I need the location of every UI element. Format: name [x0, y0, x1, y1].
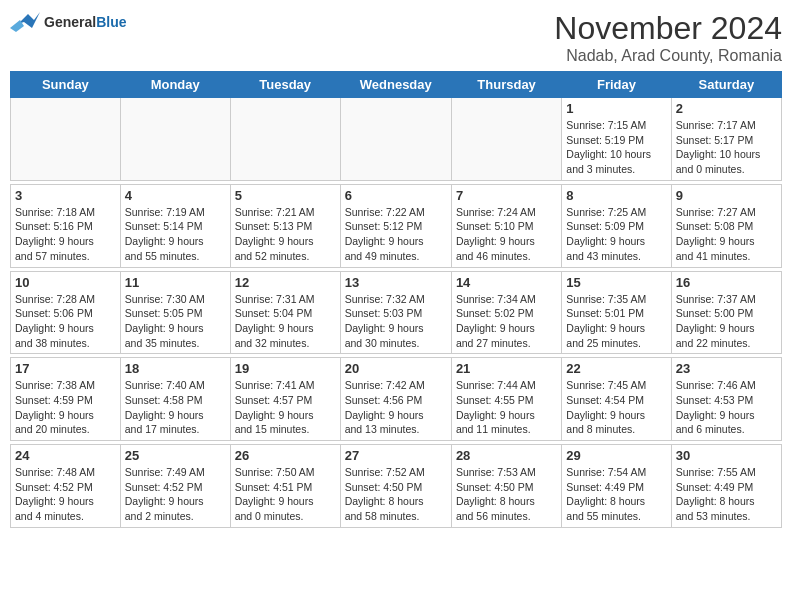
day-number: 13 — [345, 275, 447, 290]
day-number: 8 — [566, 188, 666, 203]
day-number: 12 — [235, 275, 336, 290]
calendar-cell: 11Sunrise: 7:30 AMSunset: 5:05 PMDayligh… — [120, 271, 230, 354]
calendar-table: SundayMondayTuesdayWednesdayThursdayFrid… — [10, 71, 782, 528]
day-number: 15 — [566, 275, 666, 290]
day-number: 9 — [676, 188, 777, 203]
weekday-header: Wednesday — [340, 72, 451, 98]
calendar-cell: 20Sunrise: 7:42 AMSunset: 4:56 PMDayligh… — [340, 358, 451, 441]
calendar-cell: 18Sunrise: 7:40 AMSunset: 4:58 PMDayligh… — [120, 358, 230, 441]
day-number: 3 — [15, 188, 116, 203]
day-number: 24 — [15, 448, 116, 463]
day-info: Sunrise: 7:24 AMSunset: 5:10 PMDaylight:… — [456, 205, 557, 264]
day-info: Sunrise: 7:46 AMSunset: 4:53 PMDaylight:… — [676, 378, 777, 437]
day-number: 19 — [235, 361, 336, 376]
calendar-cell: 8Sunrise: 7:25 AMSunset: 5:09 PMDaylight… — [562, 184, 671, 267]
calendar-cell: 14Sunrise: 7:34 AMSunset: 5:02 PMDayligh… — [451, 271, 561, 354]
day-info: Sunrise: 7:21 AMSunset: 5:13 PMDaylight:… — [235, 205, 336, 264]
day-info: Sunrise: 7:54 AMSunset: 4:49 PMDaylight:… — [566, 465, 666, 524]
day-info: Sunrise: 7:35 AMSunset: 5:01 PMDaylight:… — [566, 292, 666, 351]
day-info: Sunrise: 7:49 AMSunset: 4:52 PMDaylight:… — [125, 465, 226, 524]
logo-icon — [10, 10, 40, 34]
day-info: Sunrise: 7:40 AMSunset: 4:58 PMDaylight:… — [125, 378, 226, 437]
calendar-cell: 3Sunrise: 7:18 AMSunset: 5:16 PMDaylight… — [11, 184, 121, 267]
day-number: 25 — [125, 448, 226, 463]
day-info: Sunrise: 7:45 AMSunset: 4:54 PMDaylight:… — [566, 378, 666, 437]
calendar-cell: 4Sunrise: 7:19 AMSunset: 5:14 PMDaylight… — [120, 184, 230, 267]
weekday-header: Sunday — [11, 72, 121, 98]
day-info: Sunrise: 7:15 AMSunset: 5:19 PMDaylight:… — [566, 118, 666, 177]
day-info: Sunrise: 7:18 AMSunset: 5:16 PMDaylight:… — [15, 205, 116, 264]
day-info: Sunrise: 7:52 AMSunset: 4:50 PMDaylight:… — [345, 465, 447, 524]
calendar-cell: 2Sunrise: 7:17 AMSunset: 5:17 PMDaylight… — [671, 98, 781, 181]
calendar-cell: 29Sunrise: 7:54 AMSunset: 4:49 PMDayligh… — [562, 445, 671, 528]
day-number: 4 — [125, 188, 226, 203]
day-info: Sunrise: 7:30 AMSunset: 5:05 PMDaylight:… — [125, 292, 226, 351]
day-info: Sunrise: 7:32 AMSunset: 5:03 PMDaylight:… — [345, 292, 447, 351]
day-info: Sunrise: 7:17 AMSunset: 5:17 PMDaylight:… — [676, 118, 777, 177]
calendar-cell — [230, 98, 340, 181]
calendar-cell: 21Sunrise: 7:44 AMSunset: 4:55 PMDayligh… — [451, 358, 561, 441]
calendar-cell: 23Sunrise: 7:46 AMSunset: 4:53 PMDayligh… — [671, 358, 781, 441]
calendar-cell: 13Sunrise: 7:32 AMSunset: 5:03 PMDayligh… — [340, 271, 451, 354]
weekday-header: Friday — [562, 72, 671, 98]
day-number: 29 — [566, 448, 666, 463]
logo-blue-text: Blue — [96, 14, 126, 30]
calendar-cell: 7Sunrise: 7:24 AMSunset: 5:10 PMDaylight… — [451, 184, 561, 267]
day-info: Sunrise: 7:53 AMSunset: 4:50 PMDaylight:… — [456, 465, 557, 524]
logo-general-text: General — [44, 14, 96, 30]
calendar-cell — [451, 98, 561, 181]
calendar-cell: 1Sunrise: 7:15 AMSunset: 5:19 PMDaylight… — [562, 98, 671, 181]
day-number: 17 — [15, 361, 116, 376]
day-number: 28 — [456, 448, 557, 463]
day-info: Sunrise: 7:55 AMSunset: 4:49 PMDaylight:… — [676, 465, 777, 524]
calendar-cell: 30Sunrise: 7:55 AMSunset: 4:49 PMDayligh… — [671, 445, 781, 528]
weekday-header: Tuesday — [230, 72, 340, 98]
day-number: 22 — [566, 361, 666, 376]
calendar-cell: 9Sunrise: 7:27 AMSunset: 5:08 PMDaylight… — [671, 184, 781, 267]
day-number: 1 — [566, 101, 666, 116]
calendar-cell: 6Sunrise: 7:22 AMSunset: 5:12 PMDaylight… — [340, 184, 451, 267]
day-number: 2 — [676, 101, 777, 116]
day-number: 5 — [235, 188, 336, 203]
day-info: Sunrise: 7:44 AMSunset: 4:55 PMDaylight:… — [456, 378, 557, 437]
day-info: Sunrise: 7:19 AMSunset: 5:14 PMDaylight:… — [125, 205, 226, 264]
weekday-header: Monday — [120, 72, 230, 98]
day-info: Sunrise: 7:34 AMSunset: 5:02 PMDaylight:… — [456, 292, 557, 351]
day-number: 21 — [456, 361, 557, 376]
day-number: 6 — [345, 188, 447, 203]
calendar-cell: 27Sunrise: 7:52 AMSunset: 4:50 PMDayligh… — [340, 445, 451, 528]
calendar-cell — [11, 98, 121, 181]
title-area: November 2024 Nadab, Arad County, Romani… — [554, 10, 782, 65]
day-number: 23 — [676, 361, 777, 376]
calendar-cell: 10Sunrise: 7:28 AMSunset: 5:06 PMDayligh… — [11, 271, 121, 354]
calendar-cell: 17Sunrise: 7:38 AMSunset: 4:59 PMDayligh… — [11, 358, 121, 441]
calendar-cell: 15Sunrise: 7:35 AMSunset: 5:01 PMDayligh… — [562, 271, 671, 354]
day-number: 10 — [15, 275, 116, 290]
calendar-cell: 22Sunrise: 7:45 AMSunset: 4:54 PMDayligh… — [562, 358, 671, 441]
day-number: 16 — [676, 275, 777, 290]
day-number: 18 — [125, 361, 226, 376]
weekday-header: Thursday — [451, 72, 561, 98]
day-number: 14 — [456, 275, 557, 290]
logo: GeneralBlue — [10, 10, 126, 34]
calendar-cell: 24Sunrise: 7:48 AMSunset: 4:52 PMDayligh… — [11, 445, 121, 528]
month-title: November 2024 — [554, 10, 782, 47]
weekday-header: Saturday — [671, 72, 781, 98]
day-number: 27 — [345, 448, 447, 463]
day-info: Sunrise: 7:38 AMSunset: 4:59 PMDaylight:… — [15, 378, 116, 437]
day-info: Sunrise: 7:28 AMSunset: 5:06 PMDaylight:… — [15, 292, 116, 351]
calendar-cell: 28Sunrise: 7:53 AMSunset: 4:50 PMDayligh… — [451, 445, 561, 528]
day-number: 7 — [456, 188, 557, 203]
location-title: Nadab, Arad County, Romania — [554, 47, 782, 65]
calendar-cell: 16Sunrise: 7:37 AMSunset: 5:00 PMDayligh… — [671, 271, 781, 354]
day-info: Sunrise: 7:22 AMSunset: 5:12 PMDaylight:… — [345, 205, 447, 264]
page-header: GeneralBlue November 2024 Nadab, Arad Co… — [10, 10, 782, 65]
calendar-cell — [120, 98, 230, 181]
day-number: 11 — [125, 275, 226, 290]
day-info: Sunrise: 7:48 AMSunset: 4:52 PMDaylight:… — [15, 465, 116, 524]
day-number: 30 — [676, 448, 777, 463]
calendar-cell — [340, 98, 451, 181]
calendar-cell: 5Sunrise: 7:21 AMSunset: 5:13 PMDaylight… — [230, 184, 340, 267]
calendar-cell: 26Sunrise: 7:50 AMSunset: 4:51 PMDayligh… — [230, 445, 340, 528]
day-info: Sunrise: 7:42 AMSunset: 4:56 PMDaylight:… — [345, 378, 447, 437]
